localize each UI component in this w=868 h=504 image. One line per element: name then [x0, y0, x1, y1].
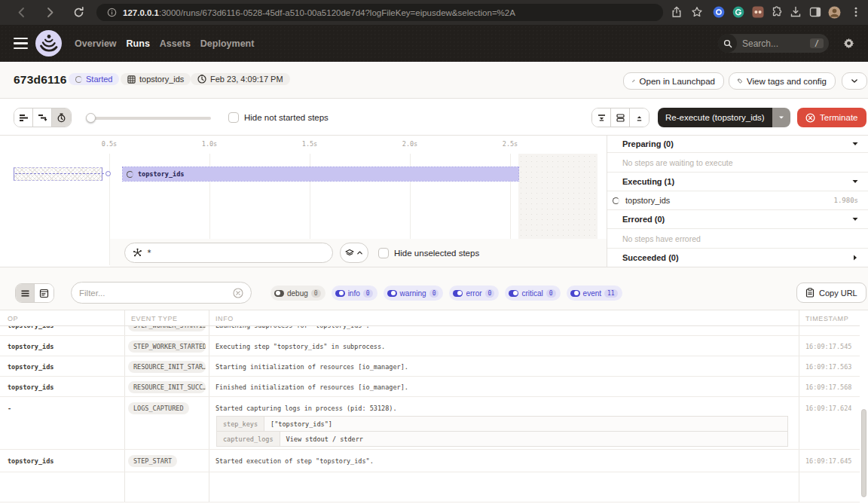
step-zoom-menu-button[interactable] — [340, 243, 368, 263]
log-level-chip-warning[interactable]: warning 0 — [384, 286, 444, 301]
tag-icon — [738, 76, 742, 86]
succeeded-chevron-icon — [851, 254, 859, 261]
log-row[interactable]: topstory_ids STEP_WORKER_STARTED Executi… — [0, 336, 860, 356]
executing-step-row[interactable]: topstory_ids 1.980s — [607, 191, 868, 210]
app-header: Overview Runs Assets Deployment Search..… — [0, 25, 868, 62]
browser-toolbar: 127.0.0.1:3000/runs/673d6116-0528-45df-a… — [0, 0, 868, 25]
reload-icon[interactable] — [72, 6, 85, 19]
extensions-puzzle-icon[interactable] — [771, 6, 783, 18]
log-row[interactable]: topstory_ids STEP_START Started executio… — [0, 450, 860, 472]
extension-1password-icon[interactable] — [713, 6, 725, 18]
succeeded-header-label: Succeeded (0) — [622, 253, 679, 262]
log-level-chip-debug[interactable]: debug 0 — [270, 286, 326, 301]
split-panels-button[interactable] — [611, 108, 630, 127]
profile-avatar[interactable] — [828, 6, 841, 19]
log-row[interactable]: - LOGS_CAPTURED Started capturing logs i… — [0, 397, 860, 450]
log-level-chip-info[interactable]: info 0 — [332, 286, 377, 301]
log-event-type: STEP_START — [128, 455, 177, 467]
log-info: Started execution of step "topstory_ids"… — [215, 457, 374, 465]
chip-count: 0 — [311, 289, 321, 298]
log-row[interactable]: topstory_ids STEP_WORKER_STARTI… Launchi… — [0, 326, 860, 336]
pencil-icon — [632, 76, 635, 86]
log-event-type: RESOURCE_INIT_SUCC… — [128, 381, 206, 393]
reexecute-button[interactable]: Re-execute (topstory_ids) — [658, 108, 772, 127]
reexecute-dropdown-button[interactable] — [772, 108, 790, 127]
downloads-icon[interactable] — [790, 6, 802, 18]
log-meta-row: step_keys ["topstory_ids"] — [216, 416, 788, 432]
log-row[interactable]: topstory_ids RESOURCE_INIT_SUCC… Finishe… — [0, 377, 860, 397]
extension-grammarly-icon[interactable] — [732, 6, 744, 18]
log-op: topstory_ids — [8, 457, 53, 465]
gantt-step-bar[interactable]: topstory_ids — [123, 167, 518, 181]
log-level-chip-critical[interactable]: critical 0 — [505, 286, 560, 301]
log-level-chip-error[interactable]: error 0 — [449, 286, 499, 301]
chip-label: debug — [287, 289, 308, 298]
url-bar[interactable]: 127.0.0.1:3000/runs/673d6116-0528-45df-a… — [96, 4, 663, 21]
copy-url-button[interactable]: Copy URL — [796, 283, 866, 303]
forward-icon[interactable] — [44, 6, 57, 19]
step-selector-value: * — [147, 249, 151, 257]
log-structured-view-button[interactable] — [35, 284, 53, 302]
log-list-view-button[interactable] — [16, 284, 35, 302]
browser-menu-kebab-icon[interactable] — [850, 6, 862, 18]
log-filter-input[interactable]: Filter... — [71, 282, 252, 304]
dagster-logo[interactable] — [35, 29, 63, 57]
axis-tick-2: 1.5s — [302, 140, 317, 148]
hide-not-started-checkbox[interactable] — [228, 112, 239, 123]
extension-meta-icon[interactable] — [752, 6, 764, 18]
meta-value-link[interactable]: View stdout / stderr — [280, 435, 369, 443]
terminate-button[interactable]: Terminate — [797, 108, 866, 127]
log-toolbar: Filter... debug 0 info 0 warning 0 error… — [0, 267, 868, 310]
view-tags-config-button[interactable]: View tags and config — [729, 72, 836, 90]
panel-section-executing[interactable]: Executing (1) — [607, 173, 868, 191]
expand-panel-up-button[interactable] — [630, 108, 649, 127]
executing-header-label: Executing (1) — [622, 177, 674, 186]
gantt-waterfall-view-button[interactable] — [33, 108, 52, 127]
axis-tick-4: 2.5s — [503, 140, 518, 148]
nav-overview[interactable]: Overview — [75, 38, 117, 49]
global-search[interactable]: Search... / — [718, 34, 829, 53]
log-timestamp: 16:09:17.624 — [805, 405, 851, 412]
list-rows-icon — [20, 289, 30, 298]
log-row[interactable]: topstory_ids RESOURCE_INIT_STAR… Startin… — [0, 356, 860, 377]
log-level-chip-event[interactable]: event 11 — [567, 286, 622, 301]
log-scrollbar-thumb[interactable] — [861, 409, 866, 497]
job-tag[interactable]: topstory_ids — [121, 73, 191, 85]
nav-deployment[interactable]: Deployment — [200, 38, 255, 49]
side-panel-icon[interactable] — [809, 6, 821, 18]
panel-expand-up-icon — [634, 113, 644, 123]
panel-section-preparing[interactable]: Preparing (0) — [607, 136, 868, 153]
back-icon[interactable] — [15, 6, 28, 19]
chip-count: 11 — [604, 289, 618, 298]
nav-runs[interactable]: Runs — [127, 38, 150, 49]
settings-gear-icon[interactable] — [843, 38, 854, 49]
log-timestamp: 16:09:17.545 — [805, 343, 851, 350]
url-path: :3000/runs/673d6116-0528-45df-a510-00a51… — [159, 8, 515, 17]
gantt-flat-view-button[interactable] — [14, 108, 33, 127]
waterfall-layout-icon — [38, 113, 47, 123]
search-icon — [718, 34, 737, 53]
step-selector-input[interactable]: * — [124, 243, 333, 263]
copy-url-label: Copy URL — [819, 289, 857, 298]
bookmark-star-icon[interactable] — [691, 6, 703, 18]
nav-assets[interactable]: Assets — [160, 38, 191, 49]
gantt-timed-view-button[interactable] — [52, 108, 71, 127]
hide-unselected-label: Hide unselected steps — [394, 249, 479, 258]
share-icon[interactable] — [671, 6, 683, 18]
gantt-filter-bar: * Hide unselected steps — [110, 239, 607, 267]
collapse-panel-down-button[interactable] — [592, 108, 611, 127]
gantt-zoom-slider[interactable] — [87, 117, 211, 120]
panel-section-succeeded[interactable]: Succeeded (0) — [607, 249, 868, 267]
axis-tick-3: 2.0s — [402, 140, 417, 148]
run-actions-menu-button[interactable] — [842, 72, 867, 90]
zoom-slider-handle[interactable] — [86, 113, 96, 123]
hide-unselected-checkbox[interactable] — [378, 248, 389, 258]
log-empty-row — [0, 472, 860, 502]
clear-filter-icon[interactable] — [233, 288, 243, 298]
site-info-icon[interactable] — [107, 8, 117, 17]
preparing-chevron-icon — [851, 140, 859, 148]
hamburger-menu-icon[interactable] — [14, 38, 28, 49]
chevron-up-icon — [356, 249, 363, 256]
panel-section-errored[interactable]: Errored (0) — [607, 210, 868, 229]
open-in-launchpad-button[interactable]: Open in Launchpad — [623, 72, 724, 90]
